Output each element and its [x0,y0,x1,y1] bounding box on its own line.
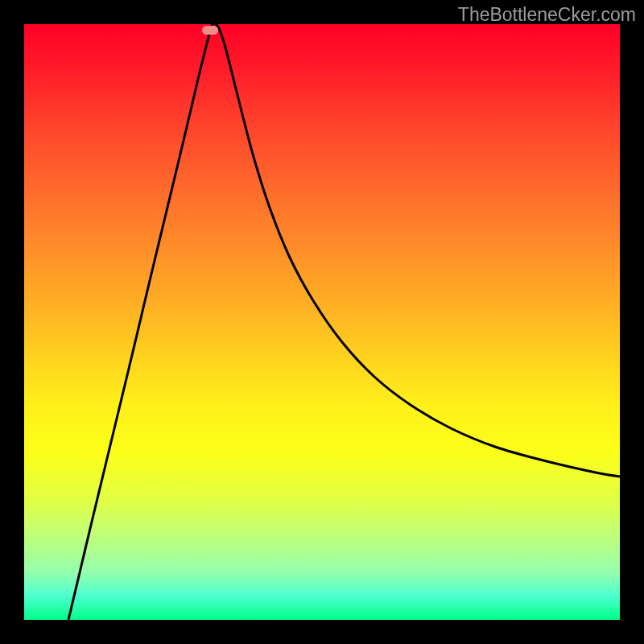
watermark-text: TheBottleneCker.com [458,4,636,26]
chart-frame: TheBottleneCker.com [0,0,644,644]
curve-path [68,24,620,620]
plot-area [24,24,620,620]
optimal-marker [202,26,218,35]
bottleneck-curve [24,24,620,620]
